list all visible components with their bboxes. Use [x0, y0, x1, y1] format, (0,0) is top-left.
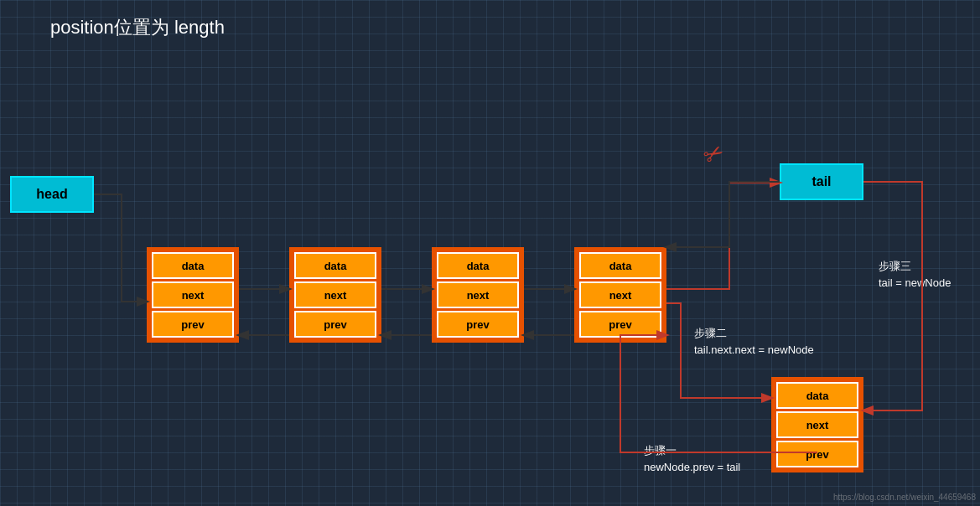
watermark: https://blog.csdn.net/weixin_44659468: [833, 493, 976, 502]
node1-prev: prev: [152, 311, 234, 338]
node4-data: data: [579, 252, 661, 279]
node4-prev: prev: [579, 311, 661, 338]
tail-label: tail: [811, 174, 831, 189]
tail-node: tail: [780, 163, 863, 200]
ll-node-4: data next prev: [574, 247, 666, 343]
node1-data: data: [152, 252, 234, 279]
scissors-icon: ✂: [698, 137, 729, 171]
new-node: data next prev: [771, 377, 863, 472]
ll-node-2: data next prev: [289, 247, 381, 343]
newnode-prev: prev: [776, 441, 858, 467]
ll-node-1: data next prev: [147, 247, 239, 343]
newnode-data: data: [776, 382, 858, 409]
node2-next: next: [294, 281, 376, 308]
node1-next: next: [152, 281, 234, 308]
head-label: head: [36, 187, 67, 202]
node3-data: data: [437, 252, 519, 279]
node3-prev: prev: [437, 311, 519, 338]
page-title: position位置为 length: [50, 15, 225, 40]
node2-data: data: [294, 252, 376, 279]
newnode-next: next: [776, 411, 858, 438]
node3-next: next: [437, 281, 519, 308]
step2-annotation: 步骤二 tail.next.next = newNode: [694, 325, 814, 358]
node2-prev: prev: [294, 311, 376, 338]
head-node: head: [10, 176, 94, 213]
step3-annotation: 步骤三 tail = newNode: [879, 258, 951, 291]
node4-next: next: [579, 281, 661, 308]
ll-node-3: data next prev: [432, 247, 524, 343]
step1-annotation: 步骤一 newNode.prev = tail: [644, 442, 740, 475]
